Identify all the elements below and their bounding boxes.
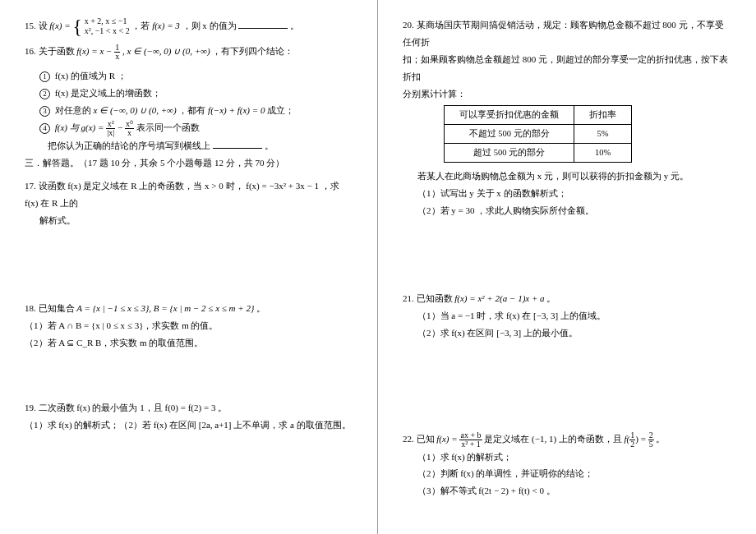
- q16-c3-eq: f(−x) + f(x) = 0: [208, 105, 265, 115]
- q15-piece2: x², −1 < x < 2: [85, 26, 130, 35]
- q16-bottom: 把你认为正确的结论的序号填写到横线上 。: [48, 137, 353, 154]
- q17-line2: 解析式。: [39, 212, 353, 229]
- discount-table: 可以享受折扣优惠的金额 折扣率 不超过 500 元的部分 5% 超过 500 元…: [444, 105, 632, 163]
- q15-fx: f(x) =: [49, 21, 70, 30]
- q21-p2: （2）求 f(x) 在区间 [−3, 3] 上的最小值。: [417, 325, 731, 342]
- q22-mid: 是定义域在 (−1, 1) 上的奇函数，且: [484, 434, 622, 444]
- q22-cond-mid: ) =: [635, 434, 648, 444]
- q22-p3: （3）解不等式 f(2t − 2) + f(t) < 0 。: [417, 482, 731, 499]
- q15-prefix: 15. 设: [25, 21, 48, 30]
- question-20: 20. 某商场国庆节期间搞促销活动，规定：顾客购物总金额不超过 800 元，不享…: [403, 16, 731, 219]
- q16-c1: 1 f(x) 的值域为 R ；: [39, 67, 353, 85]
- question-18: 18. 已知集合 A = {x | −1 ≤ x ≤ 3}, B = {x | …: [25, 300, 353, 352]
- q22-val-d: 5: [648, 440, 654, 449]
- spacer: [25, 358, 353, 399]
- q15-cond: f(x) = 3: [152, 21, 180, 30]
- spacer: [25, 236, 353, 277]
- q16-c3: 3 对任意的 x ∈ (−∞, 0) ∪ (0, +∞) ，都有 f(−x) +…: [39, 102, 353, 119]
- q16-c4-n2: x⁰: [125, 120, 134, 129]
- q16-c4-frac1: x² |x|: [106, 120, 115, 137]
- q16-c4-d2: x: [125, 129, 134, 137]
- q15-blank: [238, 20, 288, 29]
- circled-2-icon: 2: [39, 89, 50, 99]
- brace-icon: {: [72, 16, 82, 37]
- table-row: 可以享受折扣优惠的金额 折扣率: [445, 106, 632, 125]
- q20-line3: 分别累计计算：: [403, 85, 731, 103]
- q22-func-pre: f(x) =: [436, 434, 457, 444]
- q20-line2: 扣；如果顾客购物总金额超过 800 元，则超过的部分享受一定的折扣优惠，按下表折…: [403, 51, 731, 85]
- q15-then: ，则 x 的值为: [182, 21, 237, 30]
- table-header-amount: 可以享受折扣优惠的金额: [445, 106, 574, 125]
- spacer: [403, 389, 731, 430]
- q20-p2: （2）若 y = 30 ，求此人购物实际所付金额。: [417, 202, 731, 219]
- left-column: 15. 设 f(x) = { x + 2, x ≤ −1 x², −1 < x …: [0, 0, 378, 534]
- table-cell: 5%: [574, 125, 632, 144]
- q16-c4-d1: |x|: [106, 129, 115, 137]
- q15-end: 。: [290, 21, 299, 30]
- q16-blank: [213, 140, 262, 149]
- q16-c3-pre: 对任意的: [55, 105, 91, 115]
- q16-c3-end: 成立；: [267, 105, 294, 115]
- q16-c4-pre: f(x) 与 g(x) =: [55, 122, 104, 132]
- q21-prefix: 21. 已知函数: [403, 293, 453, 303]
- spacer: [403, 267, 731, 290]
- q16-domain: , x ∈ (−∞, 0) ∪ (0, +∞): [122, 46, 210, 56]
- q22-val-frac: 2 5: [648, 431, 654, 449]
- q15-piece1: x + 2, x ≤ −1: [85, 16, 127, 25]
- q17-line1: 17. 设函数 f(x) 是定义域在 R 上的奇函数，当 x > 0 时， f(…: [25, 177, 353, 212]
- q16-func: f(x) = x −: [76, 46, 112, 56]
- section-3-header: 三．解答题。（17 题 10 分，其余 5 个小题每题 12 分，共 70 分）: [25, 154, 353, 172]
- q16-c3-set: x ∈ (−∞, 0) ∪ (0, +∞): [94, 105, 177, 115]
- table-row: 不超过 500 元的部分 5%: [445, 125, 632, 144]
- table-header-rate: 折扣率: [574, 106, 632, 125]
- q16-c1-text: f(x) 的值域为 R ；: [55, 71, 127, 81]
- q20-p1: （1）试写出 y 关于 x 的函数解析式；: [417, 185, 731, 202]
- q16-c2: 2 f(x) 是定义域上的增函数；: [39, 85, 353, 102]
- q22-val-n: 2: [648, 431, 654, 440]
- q16-prefix: 16. 关于函数: [25, 46, 75, 56]
- q22-cond-pre: f(: [625, 434, 630, 444]
- table-cell: 10%: [574, 144, 632, 163]
- q16-c4-end: 表示同一个函数: [136, 122, 200, 132]
- question-15: 15. 设 f(x) = { x + 2, x ≤ −1 x², −1 < x …: [25, 16, 353, 36]
- question-19: 19. 二次函数 f(x) 的最小值为 1，且 f(0) = f(2) = 3 …: [25, 399, 353, 434]
- q16-bottom-text: 把你认为正确的结论的序号填写到横线上: [48, 140, 210, 150]
- q16-c3-mid: ，都有: [178, 105, 205, 115]
- q16-bottom-end: 。: [265, 140, 274, 150]
- q20-line1: 20. 某商场国庆节期间搞促销活动，规定：顾客购物总金额不超过 800 元，不享…: [403, 16, 731, 51]
- question-21: 21. 已知函数 f(x) = x² + 2(a − 1)x + a 。 （1）…: [403, 290, 731, 342]
- q18-p1: （1）若 A ∩ B = {x | 0 ≤ x ≤ 3}，求实数 m 的值。: [25, 317, 353, 334]
- q16-frac-d: x: [114, 53, 120, 61]
- q20-after: 若某人在此商场购物总金额为 x 元，则可以获得的折扣金额为 y 元。: [417, 168, 731, 185]
- q18-prefix: 18. 已知集合: [25, 303, 75, 313]
- q19-line1: 19. 二次函数 f(x) 的最小值为 1，且 f(0) = f(2) = 3 …: [25, 399, 353, 417]
- q16-c4: 4 f(x) 与 g(x) = x² |x| − x⁰ x 表示同一个函数: [39, 119, 353, 137]
- q16-tail: ，有下列四个结论：: [212, 46, 293, 56]
- q22-frac-d: x² + 1: [459, 440, 482, 449]
- table-row: 超过 500 元的部分 10%: [445, 144, 632, 163]
- q15-mid: ，若: [131, 21, 150, 30]
- circled-3-icon: 3: [39, 106, 50, 117]
- q16-c2-text: f(x) 是定义域上的增函数；: [55, 88, 161, 98]
- question-16: 16. 关于函数 f(x) = x − 1 x , x ∈ (−∞, 0) ∪ …: [25, 43, 353, 61]
- q19-line2: （1）求 f(x) 的解析式；（2）若 f(x) 在区间 [2a, a+1] 上…: [25, 417, 353, 434]
- q22-p2: （2）判断 f(x) 的单调性，并证明你的结论；: [417, 465, 731, 482]
- table-cell: 超过 500 元的部分: [445, 144, 574, 163]
- q22-prefix: 22. 已知: [403, 434, 435, 444]
- spacer: [25, 277, 353, 300]
- question-22: 22. 已知 f(x) = ax + b x² + 1 是定义域在 (−1, 1…: [403, 430, 731, 500]
- right-column: 20. 某商场国庆节期间搞促销活动，规定：顾客购物总金额不超过 800 元，不享…: [378, 0, 756, 534]
- q18-sets: A = {x | −1 ≤ x ≤ 3}, B = {x | m − 2 ≤ x…: [76, 303, 265, 313]
- q21-p1: （1）当 a = −1 时，求 f(x) 在 [−3, 3] 上的值域。: [417, 307, 731, 325]
- question-17: 17. 设函数 f(x) 是定义域在 R 上的奇函数，当 x > 0 时， f(…: [25, 177, 353, 229]
- q16-c4-minus: −: [118, 122, 125, 132]
- q21-func: f(x) = x² + 2(a − 1)x + a 。: [454, 293, 555, 303]
- q16-frac: 1 x: [114, 44, 120, 61]
- circled-4-icon: 4: [39, 123, 50, 134]
- spacer: [403, 226, 731, 267]
- q22-p1: （1）求 f(x) 的解析式；: [417, 449, 731, 466]
- q16-c4-n1: x²: [106, 120, 115, 129]
- table-cell: 不超过 500 元的部分: [445, 125, 574, 144]
- circled-1-icon: 1: [39, 71, 50, 82]
- q18-p2: （2）若 A ⊆ C_R B，求实数 m 的取值范围。: [25, 334, 353, 352]
